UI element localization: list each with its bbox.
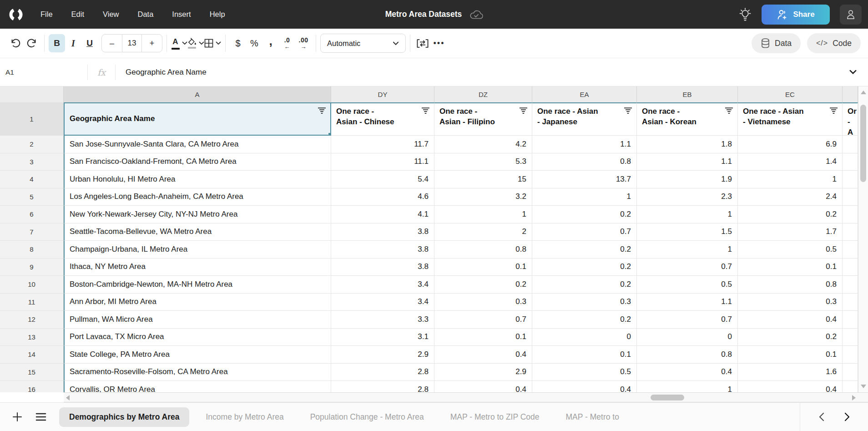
value-cell[interactable]: 1 bbox=[637, 241, 738, 259]
value-cell-partial[interactable] bbox=[843, 259, 858, 276]
row-number-14[interactable]: 14 bbox=[0, 346, 64, 364]
value-cell[interactable]: 0.4 bbox=[738, 381, 843, 392]
filter-icon[interactable] bbox=[318, 107, 326, 114]
value-cell[interactable]: 0.5 bbox=[532, 364, 637, 381]
font-size-increase-button[interactable]: + bbox=[142, 35, 162, 52]
row-number-8[interactable]: 8 bbox=[0, 241, 64, 259]
value-cell[interactable]: 0.4 bbox=[434, 381, 532, 392]
metro-name-cell[interactable]: Los Angeles-Long Beach-Anaheim, CA Metro… bbox=[64, 188, 331, 206]
value-cell[interactable]: 0.1 bbox=[738, 346, 843, 364]
value-cell[interactable]: 2.3 bbox=[637, 188, 738, 206]
value-cell[interactable]: 2 bbox=[434, 223, 532, 241]
filter-icon[interactable] bbox=[624, 107, 632, 114]
value-cell[interactable]: 1.7 bbox=[738, 223, 843, 241]
row-number-5[interactable]: 5 bbox=[0, 188, 64, 206]
metro-name-cell[interactable]: San Francisco-Oakland-Fremont, CA Metro … bbox=[64, 153, 331, 171]
value-cell[interactable]: 0.1 bbox=[434, 329, 532, 346]
value-cell[interactable]: 5.3 bbox=[434, 153, 532, 171]
horizontal-scroll-thumb[interactable] bbox=[651, 395, 684, 401]
row-number-1[interactable]: 1 bbox=[0, 102, 64, 136]
value-cell[interactable]: 1.1 bbox=[532, 136, 637, 153]
metro-name-cell[interactable]: State College, PA Metro Area bbox=[64, 346, 331, 364]
menu-edit[interactable]: Edit bbox=[71, 10, 84, 19]
value-cell-partial[interactable] bbox=[843, 153, 858, 171]
value-cell[interactable]: 3.8 bbox=[331, 241, 434, 259]
value-cell-partial[interactable] bbox=[843, 294, 858, 311]
row-number-2[interactable]: 2 bbox=[0, 136, 64, 153]
filter-icon[interactable] bbox=[725, 107, 733, 114]
code-panel-button[interactable]: </> Code bbox=[807, 33, 861, 53]
row-number-13[interactable]: 13 bbox=[0, 329, 64, 346]
more-options-button[interactable]: ••• bbox=[431, 34, 447, 52]
row-number-16[interactable]: 16 bbox=[0, 381, 64, 392]
value-cell[interactable]: 4.2 bbox=[434, 136, 532, 153]
value-cell[interactable]: 1 bbox=[637, 206, 738, 223]
menu-insert[interactable]: Insert bbox=[172, 10, 191, 19]
column-header-EB[interactable]: EB bbox=[637, 86, 738, 102]
scroll-down-arrow[interactable] bbox=[861, 385, 866, 388]
italic-button[interactable]: I bbox=[65, 34, 81, 52]
vertical-scroll-thumb[interactable] bbox=[860, 105, 866, 182]
row-number-11[interactable]: 11 bbox=[0, 294, 64, 311]
value-cell[interactable]: 3.8 bbox=[331, 223, 434, 241]
value-cell-partial[interactable] bbox=[843, 311, 858, 329]
value-cell[interactable]: 0.7 bbox=[637, 311, 738, 329]
filter-icon[interactable] bbox=[519, 107, 528, 114]
metro-name-cell[interactable]: Seattle-Tacoma-Bellevue, WA Metro Area bbox=[64, 223, 331, 241]
metro-name-cell[interactable]: Ann Arbor, MI Metro Area bbox=[64, 294, 331, 311]
sheet-tab-1[interactable]: Demographics by Metro Area bbox=[59, 407, 189, 427]
value-cell[interactable]: 0.2 bbox=[532, 311, 637, 329]
value-cell-partial[interactable] bbox=[843, 329, 858, 346]
value-cell[interactable]: 0.2 bbox=[532, 241, 637, 259]
scroll-right-arrow[interactable] bbox=[852, 395, 856, 401]
value-cell[interactable]: 0.3 bbox=[738, 294, 843, 311]
value-cell[interactable]: 0.2 bbox=[738, 329, 843, 346]
value-cell[interactable]: 0.4 bbox=[738, 311, 843, 329]
value-cell[interactable]: 0.3 bbox=[434, 294, 532, 311]
percent-format-button[interactable]: % bbox=[246, 34, 262, 52]
value-cell[interactable]: 0.5 bbox=[738, 241, 843, 259]
value-cell[interactable]: 3.2 bbox=[434, 188, 532, 206]
header-cell[interactable]: One race - Asian - Chinese bbox=[331, 102, 434, 136]
value-cell[interactable]: 1.1 bbox=[637, 294, 738, 311]
row-number-9[interactable]: 9 bbox=[0, 259, 64, 276]
convert-data-button[interactable] bbox=[414, 34, 431, 52]
header-cell[interactable]: One race - Asian - Japanese bbox=[532, 102, 637, 136]
fill-color-button[interactable] bbox=[187, 34, 204, 52]
value-cell[interactable]: 0.2 bbox=[532, 259, 637, 276]
value-cell[interactable]: 11.1 bbox=[331, 153, 434, 171]
menu-data[interactable]: Data bbox=[138, 10, 154, 19]
value-cell-partial[interactable] bbox=[843, 381, 858, 392]
value-cell-partial[interactable] bbox=[843, 346, 858, 364]
metro-name-cell[interactable]: San Jose-Sunnyvale-Santa Clara, CA Metro… bbox=[64, 136, 331, 153]
rows-logo-icon[interactable] bbox=[9, 7, 23, 22]
row-number-12[interactable]: 12 bbox=[0, 311, 64, 329]
value-cell[interactable]: 3.4 bbox=[331, 294, 434, 311]
value-cell[interactable]: 0.3 bbox=[532, 294, 637, 311]
scroll-left-arrow[interactable] bbox=[66, 395, 70, 401]
sheet-tab-5[interactable]: MAP - Metro to bbox=[556, 407, 629, 427]
value-cell[interactable]: 3.4 bbox=[331, 276, 434, 294]
value-cell[interactable]: 0.7 bbox=[637, 259, 738, 276]
value-cell[interactable]: 5.4 bbox=[331, 171, 434, 188]
font-size-value[interactable]: 13 bbox=[122, 35, 142, 52]
value-cell[interactable]: 0.4 bbox=[637, 364, 738, 381]
value-cell[interactable]: 0.8 bbox=[434, 241, 532, 259]
value-cell[interactable]: 1.4 bbox=[738, 153, 843, 171]
value-cell-partial[interactable] bbox=[843, 136, 858, 153]
share-button[interactable]: Share bbox=[762, 5, 830, 25]
value-cell[interactable]: 2.9 bbox=[331, 346, 434, 364]
grid-corner[interactable] bbox=[0, 86, 64, 102]
value-cell[interactable]: 0.1 bbox=[434, 259, 532, 276]
bold-button[interactable]: B bbox=[49, 34, 65, 52]
value-cell[interactable]: 4.1 bbox=[331, 206, 434, 223]
metro-name-cell[interactable]: Port Lavaca, TX Micro Area bbox=[64, 329, 331, 346]
account-button[interactable] bbox=[840, 5, 862, 25]
menu-file[interactable]: File bbox=[40, 10, 53, 19]
scroll-up-arrow[interactable] bbox=[861, 91, 866, 94]
metro-name-cell[interactable]: Corvallis, OR Metro Area bbox=[64, 381, 331, 392]
metro-name-cell[interactable]: Boston-Cambridge-Newton, MA-NH Metro Are… bbox=[64, 276, 331, 294]
underline-button[interactable]: U bbox=[81, 34, 98, 52]
row-number-6[interactable]: 6 bbox=[0, 206, 64, 223]
value-cell[interactable]: 2.9 bbox=[434, 364, 532, 381]
